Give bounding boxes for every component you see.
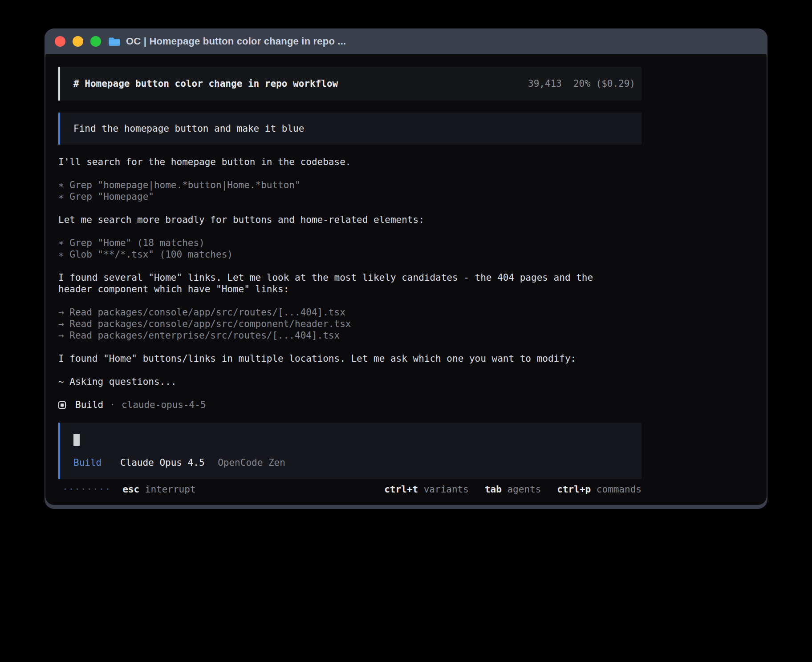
input-model-name[interactable]: Claude Opus 4.5 [120, 457, 205, 468]
glob-tool-call: ∗ Glob "**/*.tsx" (100 matches) [58, 249, 641, 260]
commands-hint: ctrl+p commands [557, 484, 641, 495]
token-count: 39,413 [528, 78, 562, 89]
tool-call-group: → Read packages/console/app/src/routes/[… [58, 307, 641, 341]
read-tool-call: → Read packages/console/app/src/routes/[… [58, 307, 641, 318]
assistant-paragraph: I found several "Home" links. Let me loo… [58, 272, 613, 295]
esc-key: esc [122, 484, 139, 495]
agents-label: agents [507, 484, 541, 495]
session-header: # Homepage button color change in repo w… [58, 67, 641, 101]
grep-tool-call: ∗ Grep "Homepage" [58, 191, 641, 202]
asking-status: ~ Asking questions... [58, 376, 613, 388]
variants-hint: ctrl+t variants [384, 484, 469, 495]
keyboard-hints: ctrl+t variants tab agents ctrl+p comman… [384, 484, 641, 495]
esc-hint: esc interrupt [122, 484, 195, 495]
input-agent-mode[interactable]: Build [73, 457, 102, 468]
assistant-paragraph: I'll search for the homepage button in t… [58, 156, 613, 168]
terminal-window: OC | Homepage button color change in rep… [45, 28, 767, 509]
input-meta: Build Claude Opus 4.5 OpenCode Zen [73, 457, 635, 468]
agent-model: claude-opus-4-5 [122, 399, 206, 411]
variants-label: variants [424, 484, 469, 495]
grep-tool-call: ∗ Grep "homepage|home.*button|Home.*butt… [58, 179, 641, 191]
esc-label: interrupt [145, 484, 196, 495]
text-cursor [73, 434, 80, 446]
user-message-text: Find the homepage button and make it blu… [73, 123, 304, 134]
user-message: Find the homepage button and make it blu… [58, 113, 641, 145]
agents-hint: tab agents [485, 484, 541, 495]
minimize-button[interactable] [73, 36, 83, 47]
commands-label: commands [597, 484, 641, 495]
titlebar[interactable]: OC | Homepage button color change in rep… [45, 28, 767, 54]
input-provider-name: OpenCode Zen [218, 457, 285, 468]
assistant-paragraph: Let me search more broadly for buttons a… [58, 214, 613, 226]
agents-key: tab [485, 484, 502, 495]
variants-key: ctrl+t [384, 484, 418, 495]
prompt-input[interactable]: Build Claude Opus 4.5 OpenCode Zen [58, 423, 641, 479]
read-tool-call: → Read packages/enterprise/src/routes/[.… [58, 330, 641, 341]
read-tool-call: → Read packages/console/app/src/componen… [58, 318, 641, 330]
window-title: OC | Homepage button color change in rep… [126, 36, 346, 47]
session-content: # Homepage button color change in repo w… [58, 67, 641, 495]
square-dot-icon [58, 401, 66, 409]
agent-status-line: Build · claude-opus-4-5 [58, 399, 641, 411]
assistant-paragraph: I found "Home" buttons/links in multiple… [58, 353, 613, 364]
commands-key: ctrl+p [557, 484, 591, 495]
agent-name: Build [75, 399, 103, 411]
separator-dot: · [110, 399, 115, 411]
status-bar: ········ esc interrupt ctrl+t variants t… [58, 484, 641, 495]
terminal-body: # Homepage button color change in repo w… [45, 54, 767, 505]
context-usage: 20% ($0.29) [573, 78, 635, 89]
close-button[interactable] [55, 36, 65, 47]
titlebar-title-group: OC | Homepage button color change in rep… [108, 36, 346, 47]
progress-dots: ········ [62, 484, 111, 495]
session-title: # Homepage button color change in repo w… [73, 78, 338, 89]
grep-tool-call: ∗ Grep "Home" (18 matches) [58, 237, 641, 249]
zoom-button[interactable] [90, 36, 101, 47]
traffic-lights [55, 36, 101, 47]
tool-call-group: ∗ Grep "homepage|home.*button|Home.*butt… [58, 179, 641, 202]
folder-icon [108, 36, 121, 47]
session-stats: 39,413 20% ($0.29) [528, 78, 635, 89]
tool-call-group: ∗ Grep "Home" (18 matches) ∗ Glob "**/*.… [58, 237, 641, 260]
